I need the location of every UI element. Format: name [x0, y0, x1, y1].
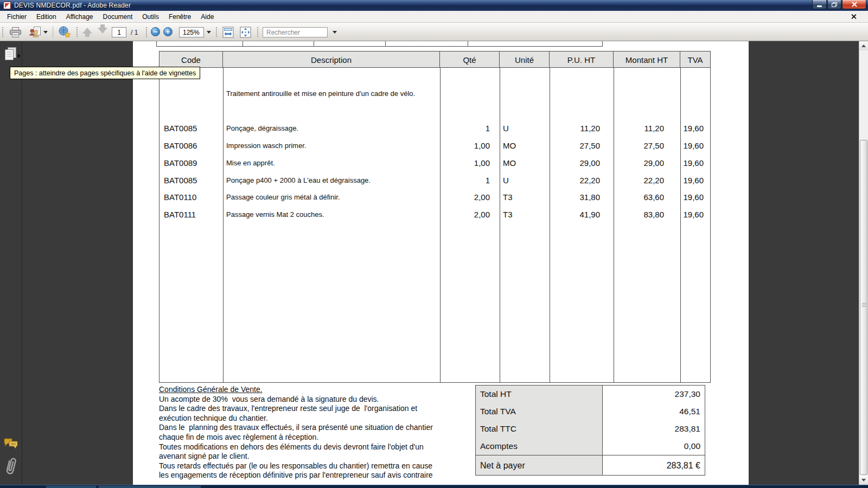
taskbar-app-segment[interactable]	[46, 486, 96, 488]
minimize-icon	[817, 5, 822, 7]
totals-row: Acomptes 0,00	[476, 438, 705, 455]
scroll-up-button[interactable]	[859, 41, 868, 50]
table-row-intro: Traitement antirouille et mise en peintu…	[159, 87, 710, 100]
zoom-in-button[interactable]: +	[163, 27, 173, 36]
conditions-line: Toutes modifications en dehors des éléme…	[159, 442, 455, 452]
cell-code: BAT0085	[164, 174, 197, 187]
zoom-level-combobox[interactable]: 125%	[179, 27, 204, 37]
menu-fichier[interactable]: Fichier	[2, 11, 31, 22]
attachments-panel-icon[interactable]	[2, 455, 20, 478]
col-header-unite: Unité	[500, 52, 550, 68]
toolbar: / 1 − + 125%	[0, 23, 868, 41]
cell-pu: 41,90	[550, 208, 600, 221]
conditions-line: chaque fin de mois avec règlement à réce…	[159, 433, 455, 442]
items-table: Code Description Qté Unité P.U. HT Monta…	[159, 51, 711, 383]
scrollbar-grip-icon	[862, 303, 866, 308]
table-header-row: Code Description Qté Unité P.U. HT Monta…	[159, 52, 710, 68]
triangle-down-icon	[861, 479, 866, 481]
pages-panel-icon[interactable]	[3, 47, 18, 62]
toolbar-separator	[53, 27, 53, 37]
cell-amount: 11,20	[614, 122, 664, 135]
acomptes-value: 0,00	[684, 438, 700, 455]
cell-description: Mise en apprêt.	[226, 157, 275, 170]
totals-row: Total HT 237,30	[476, 386, 705, 403]
fit-width-button[interactable]	[220, 24, 235, 40]
search-input[interactable]	[263, 27, 328, 37]
zoom-out-button[interactable]: −	[151, 27, 160, 36]
taskbar-app-segment[interactable]	[99, 486, 201, 488]
partial-table-remnant	[156, 41, 603, 47]
scroll-down-button[interactable]	[859, 476, 868, 485]
search-dropdown-button[interactable]	[331, 24, 339, 40]
net-a-payer-label: Net à payer	[480, 455, 525, 476]
cell-amount: 22,20	[614, 174, 664, 187]
panel-expand-icon[interactable]	[18, 54, 21, 58]
totals-row: Total TVA 46,51	[476, 403, 705, 420]
table-row: BAT0085 Ponçage, dégraissage. 1 U 11,20 …	[159, 122, 710, 135]
toolbar-grip[interactable]	[257, 27, 259, 37]
pages-tooltip: Pages : atteindre des pages spécifiques …	[10, 67, 200, 79]
menu-affichage[interactable]: Affichage	[61, 11, 98, 22]
acomptes-label: Acomptes	[480, 438, 518, 455]
cell-pu: 31,80	[550, 191, 600, 204]
next-page-button[interactable]	[95, 24, 110, 40]
totals-net-row: Net à payer 283,81 €	[476, 455, 705, 476]
cell-pu: 11,20	[550, 122, 600, 135]
cell-qty: 1	[440, 122, 490, 135]
col-header-qte: Qté	[440, 52, 500, 68]
restore-button[interactable]	[827, 0, 841, 9]
toolbar-grip[interactable]	[215, 27, 218, 37]
menu-document[interactable]: Document	[98, 11, 138, 22]
comments-panel-icon[interactable]	[3, 437, 18, 450]
menu-aide[interactable]: Aide	[196, 11, 219, 22]
windows-taskbar-edge[interactable]	[0, 485, 868, 488]
table-row: BAT0086 Impression wasch primer. 1,00 MO…	[159, 139, 710, 152]
table-row: BAT0110 Passage couleur gris métal à déf…	[159, 191, 710, 204]
cell-description: Ponçage, dégraissage.	[226, 122, 298, 135]
menu-edition[interactable]: Edition	[31, 11, 61, 22]
printer-icon	[9, 27, 22, 37]
cell-qty: 1	[440, 174, 490, 187]
conditions-title: Conditions Générale de Vente.	[159, 385, 455, 395]
scrollbar-thumb[interactable]	[860, 140, 867, 475]
cell-qty: 1,00	[440, 157, 490, 170]
close-document-icon[interactable]	[850, 13, 857, 20]
page-count-label: / 1	[131, 29, 138, 36]
cell-amount: 63,60	[614, 191, 664, 204]
col-header-description: Description	[223, 52, 440, 68]
close-icon	[851, 2, 857, 7]
arrow-up-icon	[82, 28, 92, 34]
cell-description: Impression wasch primer.	[226, 139, 306, 152]
share-review-button[interactable]	[26, 24, 50, 40]
page-number-input[interactable]	[112, 27, 126, 37]
zoom-dropdown-button[interactable]	[205, 24, 213, 40]
totals-row: Total TTC 283,81	[476, 420, 705, 438]
chevron-down-icon	[333, 31, 337, 34]
minimize-button[interactable]	[812, 0, 827, 9]
arrow-down-icon	[98, 28, 107, 34]
toolbar-grip[interactable]	[76, 27, 79, 37]
cell-pu: 27,50	[550, 139, 600, 152]
total-tva-label: Total TVA	[480, 403, 516, 420]
fit-page-button[interactable]	[238, 24, 253, 40]
print-button[interactable]	[7, 24, 24, 40]
share-dropdown-icon	[43, 31, 48, 34]
menu-outils[interactable]: Outils	[137, 11, 164, 22]
total-ttc-label: Total TTC	[480, 420, 516, 438]
window-title: DEVIS NMDECOR.pdf - Adobe Reader	[14, 2, 131, 9]
table-row: BAT0111 Passage vernis Mat 2 couches. 2,…	[159, 208, 710, 221]
menu-bar: Fichier Edition Affichage Document Outil…	[0, 11, 868, 23]
previous-page-button[interactable]	[80, 24, 94, 40]
toolbar-grip[interactable]	[145, 27, 148, 37]
pdf-app-icon	[3, 2, 11, 9]
collaborate-live-button[interactable]	[56, 24, 73, 40]
col-header-pu-ht: P.U. HT	[550, 52, 614, 68]
totals-table: Total HT 237,30 Total TVA 46,51 Total TT…	[475, 385, 705, 476]
close-button[interactable]	[842, 0, 866, 9]
menu-fenetre[interactable]: Fenêtre	[164, 11, 196, 22]
toolbar-grip[interactable]	[2, 27, 4, 37]
cell-tva: 19,60	[680, 139, 704, 152]
total-tva-value: 46,51	[679, 403, 700, 420]
col-header-tva: TVA	[680, 52, 710, 68]
vertical-scrollbar[interactable]	[859, 41, 868, 485]
